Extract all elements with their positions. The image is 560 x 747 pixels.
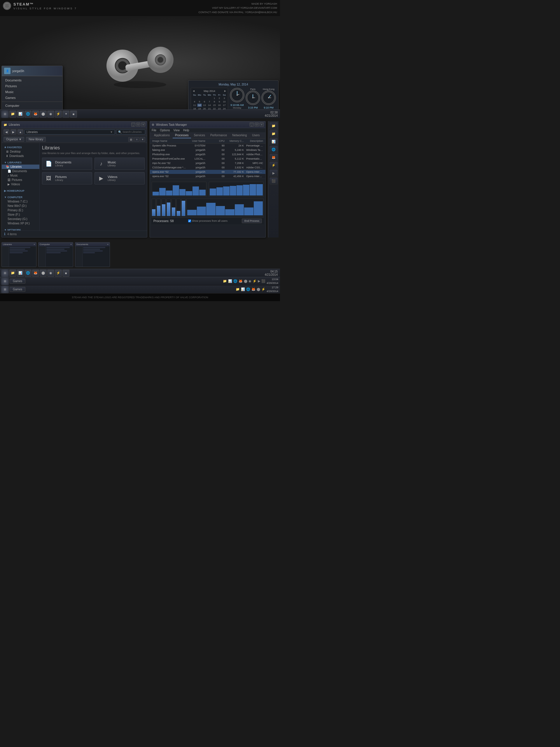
tb2-icon-2[interactable]: 📊 — [17, 269, 24, 277]
new-library-button[interactable]: New library — [26, 137, 46, 142]
tm-menu-file[interactable]: File — [152, 129, 156, 132]
sidebar-item-desktop[interactable]: 🖥Desktop — [2, 149, 39, 154]
taskbar-icon-circle1[interactable]: ⬤ — [40, 110, 47, 118]
tb2-icon-4[interactable]: 🦊 — [32, 269, 39, 277]
tray2-icon-1[interactable]: 📁 — [236, 287, 240, 291]
sidebar-item-lib-videos[interactable]: ▶Videos — [2, 182, 39, 186]
vslider-1[interactable] — [152, 199, 156, 216]
sidebar-item-drive-h[interactable]: Windows XP (H:) — [2, 221, 39, 226]
sidebar-item-drive-g[interactable]: Secondary (G:) — [2, 217, 39, 221]
view-btn-3[interactable]: ▼ — [140, 137, 145, 142]
table-row[interactable]: CSSServiceManager.exe *32 yorgaSh 00 2,6… — [150, 165, 265, 170]
taskbar-icon-folder[interactable]: 📁 — [9, 110, 16, 118]
show-processes-checkbox[interactable] — [188, 220, 191, 222]
taskbar-icon-chart[interactable]: 📊 — [17, 110, 24, 118]
library-item-music[interactable]: ♪ Music Library — [95, 158, 145, 170]
table-row[interactable]: mpc-hc.exe *32 yorgaSh 00 7,208 K MPC-HC — [150, 161, 265, 165]
tray2-icon-3[interactable]: 🌐 — [246, 287, 250, 291]
tab-performance[interactable]: Performance — [208, 133, 229, 138]
menu-item-computer[interactable]: Computer — [2, 103, 62, 108]
library-item-pictures[interactable]: 🖼 Pictures Library — [42, 172, 92, 184]
tray-icon-3[interactable]: 🌐 — [233, 279, 237, 283]
back-button[interactable]: ◀ — [3, 129, 9, 134]
sidebar-item-downloads[interactable]: ⬇Downloads — [2, 154, 39, 158]
forward-button[interactable]: ▶ — [10, 129, 16, 134]
tb2-icon-8[interactable]: ■ — [62, 269, 70, 277]
menu-item-pictures[interactable]: Pictures — [2, 83, 62, 89]
vslider-2[interactable] — [157, 199, 161, 216]
up-button[interactable]: ▲ — [18, 129, 23, 134]
minimize-button[interactable]: _ — [131, 123, 135, 127]
rs-icon-1[interactable]: 📁 — [269, 122, 278, 129]
tray-icon-2[interactable]: 📊 — [228, 279, 232, 283]
vslider-7[interactable] — [181, 199, 186, 216]
tb2-icon-3[interactable]: 🌐 — [25, 269, 31, 277]
library-item-videos[interactable]: ▶ Videos Library — [95, 172, 145, 184]
thumb-documents[interactable]: Documents × — [75, 242, 110, 267]
start-button-3[interactable]: ⊞ — [1, 278, 9, 285]
tab-services[interactable]: Services — [192, 133, 207, 138]
tray2-icon-4[interactable]: 🦊 — [251, 287, 256, 291]
cal-prev-icon[interactable]: ◄ — [192, 89, 195, 93]
table-row[interactable]: System Idle Process SYSTEM 90 24 K Perce… — [150, 144, 265, 148]
rs-icon-6[interactable]: ⚡ — [269, 162, 278, 169]
tab-applications[interactable]: Applications — [152, 133, 172, 138]
rs-icon-2[interactable]: 📁 — [269, 130, 278, 137]
tray2-icon-2[interactable]: 📊 — [241, 287, 245, 291]
menu-item-control-panel[interactable]: Control Panel — [2, 108, 62, 109]
table-row[interactable]: Photoshop.exe yorgaSh 00 122,844 K Adobe… — [150, 152, 265, 157]
sidebar-item-libraries[interactable]: 📚Libraries — [2, 164, 39, 169]
taskbar-icon-lightning[interactable]: ⚡ — [55, 110, 62, 118]
menu-item-music[interactable]: Music — [2, 89, 62, 95]
tab-processes[interactable]: Processes — [173, 133, 191, 138]
tray-icon-7[interactable]: ⚡ — [252, 279, 257, 283]
table-row[interactable]: faleing.exe yorgaSh 02 5,240 K Windows T… — [150, 148, 265, 152]
taskbar-task-games-2[interactable]: Games — [10, 287, 25, 292]
sidebar-item-lib-documents[interactable]: 📄Documents — [2, 169, 39, 173]
vslider-6[interactable] — [177, 199, 181, 216]
menu-item-games[interactable]: Games — [2, 95, 62, 101]
rs-icon-7[interactable]: ▶ — [269, 170, 278, 177]
cal-next-icon[interactable]: ► — [224, 89, 226, 93]
view-btn-1[interactable]: ▦ — [128, 137, 134, 142]
start-button-4[interactable]: ⊞ — [1, 286, 9, 293]
tray2-icon-5[interactable]: ⬤ — [257, 287, 260, 291]
start-button-2[interactable]: ⊞ — [1, 269, 9, 277]
taskbar-task-games-1[interactable]: Games — [10, 279, 25, 284]
taskbar-icon-firefox[interactable]: 🦊 — [32, 110, 39, 118]
tb2-icon-7[interactable]: ⚡ — [55, 269, 62, 277]
start-button[interactable]: ⊞ — [1, 110, 9, 118]
tm-menu-options[interactable]: Options — [160, 129, 170, 132]
table-row[interactable]: PresentationFontCache.exe LOCAL... 00 5,… — [150, 157, 265, 161]
vslider-5[interactable] — [171, 199, 176, 216]
taskbar-icon-square[interactable]: ■ — [70, 110, 77, 118]
tm-minimize[interactable]: _ — [250, 123, 254, 127]
tray-icon-4[interactable]: 🦊 — [239, 279, 243, 283]
close-button[interactable]: × — [141, 123, 145, 127]
tray-icon-8[interactable]: ▶ — [258, 279, 260, 283]
vslider-3[interactable] — [162, 199, 166, 216]
table-row[interactable]: opera.exe *32 yorgaSh 00 77,332 K Opera … — [150, 170, 265, 174]
tm-menu-view[interactable]: View — [174, 129, 180, 132]
search-bar[interactable]: 🔍 Search Libraries — [116, 130, 145, 134]
tab-networking[interactable]: Networking — [230, 133, 249, 138]
end-process-button[interactable]: End Process — [242, 218, 262, 223]
sidebar-item-drive-c[interactable]: Windows 7 (C:) — [2, 199, 39, 204]
view-btn-2[interactable]: ≡ — [134, 137, 139, 142]
taskbar-icon-circle2[interactable]: ◉ — [47, 110, 54, 118]
sidebar-item-drive-e[interactable]: Primary (E:) — [2, 208, 39, 212]
tray-icon-1[interactable]: 📁 — [223, 279, 227, 283]
tm-menu-help[interactable]: Help — [183, 129, 189, 132]
address-bar[interactable]: Libraries ▼ — [25, 130, 115, 134]
rs-icon-3[interactable]: 📊 — [269, 138, 278, 145]
sidebar-item-lib-music[interactable]: ♪Music — [2, 173, 39, 178]
sidebar-item-drive-d[interactable]: New Win7 (D:) — [2, 204, 39, 208]
library-item-documents[interactable]: 📄 Documents Library — [42, 158, 92, 170]
tray-icon-9[interactable]: ⬛ — [261, 279, 265, 283]
taskbar-icon-ie[interactable]: 🌐 — [25, 110, 31, 118]
menu-item-documents[interactable]: Documents — [2, 77, 62, 83]
tb2-icon-1[interactable]: 📁 — [9, 269, 16, 277]
tm-close[interactable]: × — [260, 123, 264, 127]
rs-icon-8[interactable]: ⬛ — [269, 177, 278, 184]
table-row[interactable]: opera.exe *32 yorgaSh 00 42,456 K Opera … — [150, 174, 265, 179]
